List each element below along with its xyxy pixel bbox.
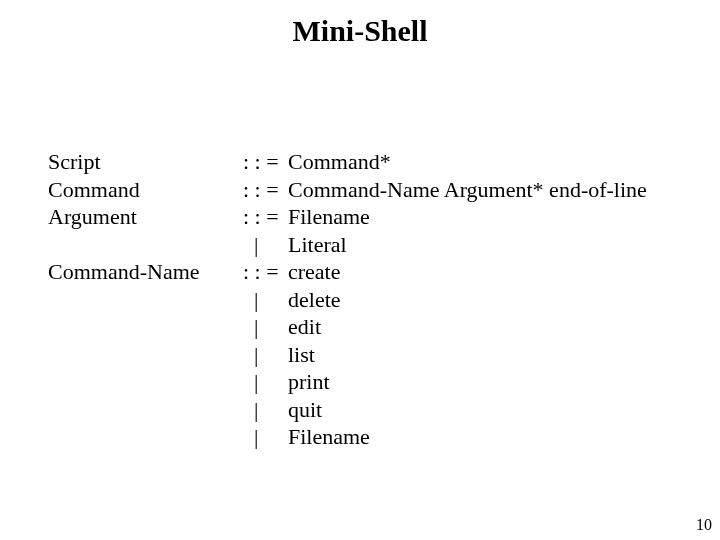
grammar-rhs: edit (288, 313, 647, 341)
page-number: 10 (696, 516, 712, 534)
grammar-op: | (243, 423, 288, 451)
grammar-lhs (48, 423, 243, 451)
grammar-row: Script: : =Command* (48, 148, 647, 176)
grammar-row: |delete (48, 286, 647, 314)
grammar-row: |quit (48, 396, 647, 424)
grammar-row: Command-Name: : =create (48, 258, 647, 286)
grammar-rhs: delete (288, 286, 647, 314)
grammar-row: |Literal (48, 231, 647, 259)
grammar-table: Script: : =Command*Command: : =Command-N… (48, 148, 647, 451)
grammar-rhs: list (288, 341, 647, 369)
grammar-rhs: print (288, 368, 647, 396)
grammar-op: | (243, 368, 288, 396)
grammar-op: | (243, 231, 288, 259)
grammar-row: |print (48, 368, 647, 396)
grammar-lhs: Command-Name (48, 258, 243, 286)
grammar-rhs: Literal (288, 231, 647, 259)
grammar-rhs: Command-Name Argument* end-of-line (288, 176, 647, 204)
grammar-op: | (243, 313, 288, 341)
grammar-lhs (48, 368, 243, 396)
grammar-rhs: create (288, 258, 647, 286)
grammar-op: | (243, 396, 288, 424)
grammar-lhs (48, 313, 243, 341)
grammar-op: : : = (243, 148, 288, 176)
grammar-block: Script: : =Command*Command: : =Command-N… (48, 148, 647, 451)
grammar-op: | (243, 341, 288, 369)
grammar-rhs: Command* (288, 148, 647, 176)
grammar-lhs: Argument (48, 203, 243, 231)
grammar-lhs (48, 396, 243, 424)
grammar-op: : : = (243, 203, 288, 231)
grammar-row: Argument: : =Filename (48, 203, 647, 231)
grammar-row: |edit (48, 313, 647, 341)
grammar-lhs (48, 286, 243, 314)
grammar-row: Command: : =Command-Name Argument* end-o… (48, 176, 647, 204)
slide: Mini-Shell Script: : =Command*Command: :… (0, 0, 720, 540)
grammar-rhs: quit (288, 396, 647, 424)
grammar-lhs (48, 341, 243, 369)
grammar-lhs: Script (48, 148, 243, 176)
grammar-lhs (48, 231, 243, 259)
grammar-lhs: Command (48, 176, 243, 204)
grammar-op: : : = (243, 258, 288, 286)
grammar-row: |list (48, 341, 647, 369)
grammar-op: : : = (243, 176, 288, 204)
page-title: Mini-Shell (0, 14, 720, 48)
grammar-rhs: Filename (288, 203, 647, 231)
grammar-rhs: Filename (288, 423, 647, 451)
grammar-op: | (243, 286, 288, 314)
grammar-row: |Filename (48, 423, 647, 451)
